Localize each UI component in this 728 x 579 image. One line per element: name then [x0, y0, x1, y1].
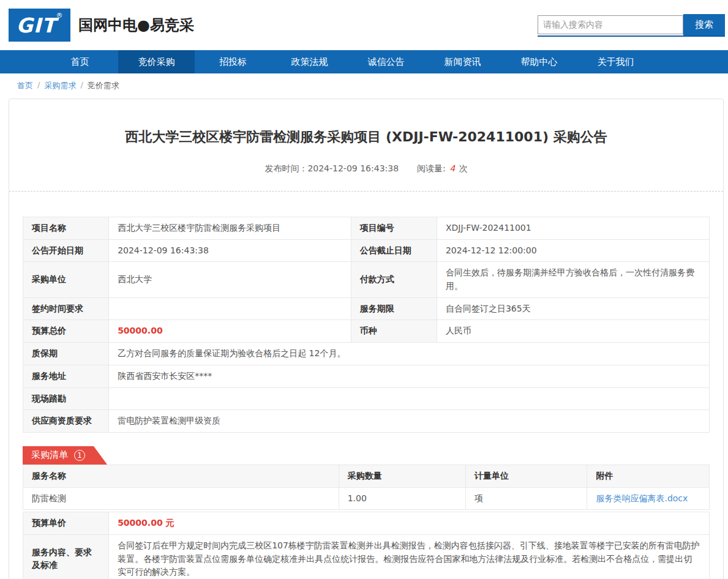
field-label: 服务期限	[351, 297, 437, 320]
nav-item-about[interactable]: 关于我们	[577, 50, 654, 73]
column-header-attachment: 附件	[587, 465, 710, 487]
table-row: 采购单位 西北大学 付款方式 合同生效后，待服务期满并经甲方验收合格后，一次性付…	[23, 262, 710, 297]
breadcrumb-current: 竞价需求	[88, 80, 119, 91]
budget-total-value: 50000.00	[109, 320, 351, 343]
breadcrumb-separator: /	[80, 80, 83, 91]
announcement-meta: 发布时间：2024-12-09 16:43:38阅读量: 4 次	[23, 163, 710, 174]
field-label: 项目编号	[351, 217, 437, 240]
table-header-row: 服务名称 采购数量 计量单位 附件	[23, 465, 710, 487]
field-value	[109, 387, 710, 410]
table-row: 供应商资质要求 雷电防护装置检测甲级资质	[23, 410, 710, 433]
nav-item-integrity[interactable]: 诚信公告	[348, 50, 424, 73]
field-label: 服务内容、要求及标准	[23, 534, 109, 579]
views-unit: 次	[459, 163, 468, 173]
purchase-list-table: 服务名称 采购数量 计量单位 附件 防雷检测 1.00 项 服务类响应偏离表.d…	[23, 465, 710, 510]
announcement-card: 西北大学三校区楼宇防雷检测服务采购项目 (XDJJ-FW-202411001) …	[9, 99, 724, 579]
main-nav: 首页 竞价采购 招投标 政策法规 诚信公告 新闻资讯 帮助中心 关于我们	[0, 50, 728, 73]
field-label: 质保期	[23, 343, 109, 365]
field-label: 预算单价	[23, 512, 109, 535]
nav-item-tender[interactable]: 招投标	[195, 50, 271, 73]
brand-area: GIT ® 国网中电●易竞采	[9, 9, 194, 42]
breadcrumb-purchase-demand[interactable]: 采购需求	[44, 80, 76, 91]
column-header-unit: 计量单位	[466, 465, 587, 487]
field-value: 2024-12-12 12:00:00	[437, 239, 709, 262]
table-row: 现场踏勘	[23, 387, 710, 410]
views-label: 阅读量:	[417, 163, 446, 173]
purchase-list-ribbon-label: 采购清单	[31, 449, 68, 461]
field-value: 自合同签订之日365天	[437, 297, 709, 320]
field-label: 项目名称	[23, 217, 109, 240]
nav-item-help[interactable]: 帮助中心	[501, 50, 577, 73]
field-value: 雷电防护装置检测甲级资质	[109, 410, 710, 433]
attachment-cell: 服务类响应偏离表.docx	[587, 487, 710, 510]
field-label: 现场踏勘	[23, 387, 109, 410]
unit-cell: 项	[466, 487, 587, 510]
site-header: GIT ® 国网中电●易竞采 搜索	[0, 0, 728, 50]
table-row: 服务内容、要求及标准 合同签订后在甲方规定时间内完成三校区107栋楼宇防雷装置检…	[23, 534, 710, 579]
purchase-list-count-badge: 1	[74, 450, 85, 461]
breadcrumb: 首页 / 采购需求 / 竞价需求	[0, 73, 728, 97]
quantity-cell: 1.00	[339, 487, 465, 510]
registered-mark-icon: ®	[56, 12, 62, 19]
publish-time-value: 2024-12-09 16:43:38	[307, 163, 399, 173]
field-label: 币种	[351, 320, 437, 343]
table-row: 服务地址 陕西省西安市长安区****	[23, 365, 710, 387]
search-input[interactable]	[538, 15, 683, 34]
breadcrumb-separator: /	[37, 80, 40, 91]
field-value: 陕西省西安市长安区****	[109, 365, 710, 387]
nav-item-policy[interactable]: 政策法规	[271, 50, 348, 73]
publish-time-label: 发布时间：	[265, 163, 307, 173]
search-button[interactable]: 搜索	[683, 14, 725, 35]
breadcrumb-home[interactable]: 首页	[17, 80, 33, 91]
purchase-detail-table: 预算单价 50000.00 元 服务内容、要求及标准 合同签订后在甲方规定时间内…	[23, 512, 710, 579]
purchase-list-ribbon: 采购清单 1	[23, 446, 107, 465]
field-label: 采购单位	[23, 262, 109, 297]
table-row: 质保期 乙方对合同服务的质量保证期为验收合格后之日起 12个月。	[23, 343, 710, 365]
views-count: 4	[448, 163, 456, 173]
field-label: 服务地址	[23, 365, 109, 387]
project-info-table: 项目名称 西北大学三校区楼宇防雷检测服务采购项目 项目编号 XDJJ-FW-20…	[23, 217, 710, 433]
field-value: 合同生效后，待服务期满并经甲方验收合格后，一次性付清服务费用。	[437, 262, 709, 297]
dashed-divider	[9, 191, 723, 192]
column-header-service-name: 服务名称	[23, 465, 339, 487]
unit-price-value: 50000.00 元	[109, 512, 710, 535]
brand-name: 国网中电●易竞采	[78, 15, 194, 35]
field-label: 公告开始日期	[23, 239, 109, 262]
search-bar: 搜索	[538, 14, 725, 37]
table-row: 预算总价 50000.00 币种 人民币	[23, 320, 710, 343]
field-value: XDJJ-FW-202411001	[437, 217, 709, 240]
table-row: 防雷检测 1.00 项 服务类响应偏离表.docx	[23, 487, 710, 510]
purchase-list-section: 采购清单 1 服务名称 采购数量 计量单位 附件 防雷检测 1.00 项	[23, 446, 710, 510]
field-label: 供应商资质要求	[23, 410, 109, 433]
nav-item-bidding-purchase[interactable]: 竞价采购	[118, 50, 195, 73]
field-value: 西北大学三校区楼宇防雷检测服务采购项目	[109, 217, 351, 240]
field-value: 2024-12-09 16:43:38	[109, 239, 351, 262]
column-header-quantity: 采购数量	[339, 465, 465, 487]
field-value: 人民币	[437, 320, 709, 343]
page-title: 西北大学三校区楼宇防雷检测服务采购项目 (XDJJ-FW-202411001) …	[23, 128, 710, 146]
field-label: 签约时间要求	[23, 297, 109, 320]
field-value: 合同签订后在甲方规定时间内完成三校区107栋楼宇防雷装置检测并出具检测报告，检测…	[109, 534, 710, 579]
logo-text: GIT	[17, 15, 56, 35]
field-label: 预算总价	[23, 320, 109, 343]
table-row: 公告开始日期 2024-12-09 16:43:38 公告截止日期 2024-1…	[23, 239, 710, 262]
attachment-link[interactable]: 服务类响应偏离表.docx	[596, 493, 688, 503]
field-value: 乙方对合同服务的质量保证期为验收合格后之日起 12个月。	[109, 343, 710, 365]
table-row: 签约时间要求 服务期限 自合同签订之日365天	[23, 297, 710, 320]
field-value	[109, 297, 351, 320]
field-label: 付款方式	[351, 262, 437, 297]
nav-item-news[interactable]: 新闻资讯	[424, 50, 501, 73]
field-label: 公告截止日期	[351, 239, 437, 262]
nav-item-home[interactable]: 首页	[42, 50, 118, 73]
field-value: 西北大学	[109, 262, 351, 297]
table-row: 预算单价 50000.00 元	[23, 512, 710, 535]
table-row: 项目名称 西北大学三校区楼宇防雷检测服务采购项目 项目编号 XDJJ-FW-20…	[23, 217, 710, 240]
service-name-cell: 防雷检测	[23, 487, 339, 510]
site-logo[interactable]: GIT ®	[9, 9, 70, 42]
